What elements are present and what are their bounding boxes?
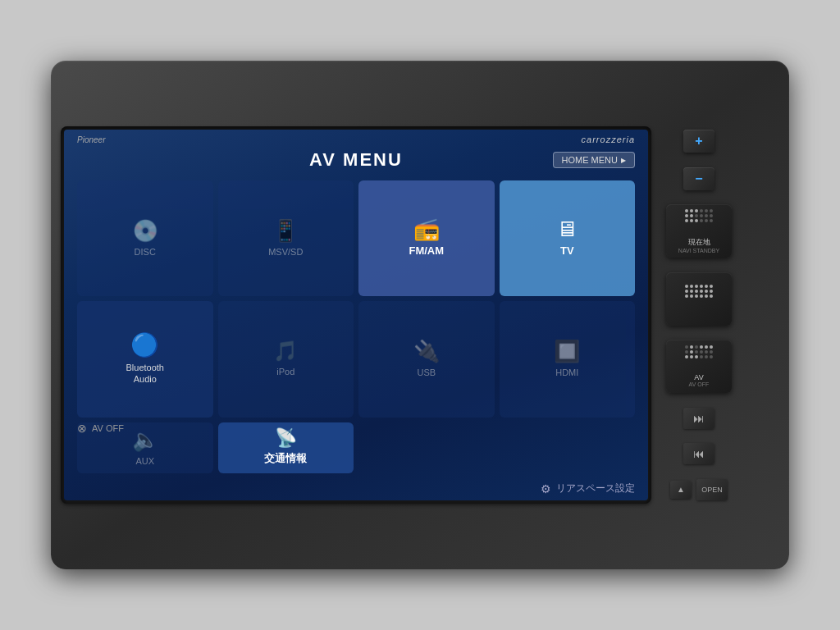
av-menu-grid: 💿 DISC 📱 MSV/SD 📻 FM/AM [64,177,648,477]
tv-icon: 🖥 [556,218,578,240]
ipod-label: iPod [276,366,294,377]
av-off-button[interactable]: ⊗ AV OFF [77,422,124,435]
navi-label: 現在地 [688,237,710,248]
menu-item-disc[interactable]: 💿 DISC [77,180,213,296]
ipod-icon: 🎵 [273,341,298,361]
control-panel: + − 現在地 NAVI STANDBY [658,126,740,504]
tv-label: TV [560,244,574,258]
menu-item-msv[interactable]: 📱 MSV/SD [218,180,354,296]
fm-label: FM/AM [409,244,444,258]
av-btn-sub: AV OFF [689,381,710,387]
msv-icon: 📱 [272,220,299,241]
menu-item-tv[interactable]: 🖥 TV [500,180,636,296]
menu-item-traffic[interactable]: 📡 交通情報 [218,422,354,473]
menu-grid-button[interactable] [666,272,732,326]
screen-bezel: Pioneer carrozzeria AV MENU HOME MENU 💿 … [61,126,651,504]
av-off-icon: ⊗ [77,422,87,435]
bluetooth-icon: 🔵 [130,334,159,357]
brand-pioneer: Pioneer [77,135,105,144]
prev-track-button[interactable]: ⏮ [683,443,714,464]
aux-icon: 🔈 [132,429,158,450]
msv-label: MSV/SD [268,246,303,258]
title-bar: AV MENU HOME MENU [64,148,648,177]
disc-icon: 💿 [132,220,158,241]
home-menu-button[interactable]: HOME MENU [553,152,635,168]
av-menu-title: AV MENU [309,149,403,171]
aux-label: AUX [135,455,154,467]
eject-open-row: ▲ OPEN [670,479,728,500]
hdmi-icon: 🔲 [554,340,580,362]
navi-sub-label: NAVI STANDBY [678,248,719,253]
volume-up-button[interactable]: + [683,130,714,153]
eject-button[interactable]: ▲ [670,481,692,499]
av-dot-grid [685,345,713,373]
bluetooth-label: BluetoothAudio [126,362,164,386]
volume-down-button[interactable]: − [683,167,714,190]
car-unit: Pioneer carrozzeria AV MENU HOME MENU 💿 … [51,61,789,569]
menu-item-bluetooth[interactable]: 🔵 BluetoothAudio [77,301,213,417]
menu-item-hdmi[interactable]: 🔲 HDMI [500,301,636,417]
menu-item-usb[interactable]: 🔌 USB [358,301,495,417]
brand-carrozzeria: carrozzeria [582,135,635,144]
hdmi-label: HDMI [555,367,578,378]
usb-label: USB [417,367,436,378]
traffic-icon: 📡 [275,429,297,447]
usb-icon: 🔌 [413,340,440,362]
av-button[interactable]: AV AV OFF [666,340,732,393]
menu-item-ipod[interactable]: 🎵 iPod [218,301,354,417]
navi-button[interactable]: 現在地 NAVI STANDBY [666,204,732,258]
footer-bar: ⚙ リアスペース設定 [64,477,648,500]
screen-header: Pioneer carrozzeria [64,130,648,148]
traffic-label: 交通情報 [264,452,307,466]
av-btn-label: AV [694,373,703,381]
open-button[interactable]: OPEN [696,479,728,500]
fm-icon: 📻 [413,218,440,240]
navi-dot-grid [685,209,713,237]
disc-label: DISC [135,246,156,258]
screen: Pioneer carrozzeria AV MENU HOME MENU 💿 … [64,130,648,500]
rear-space-label: リアスペース設定 [556,482,635,495]
menu-dot-grid [685,285,713,313]
menu-item-fm[interactable]: 📻 FM/AM [358,180,495,296]
next-track-button[interactable]: ⏭ [683,408,714,429]
av-off-label: AV OFF [92,423,124,433]
settings-icon: ⚙ [541,482,551,495]
